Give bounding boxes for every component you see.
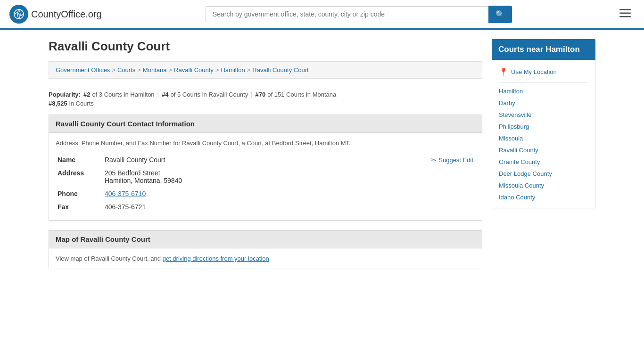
name-value: Ravalli County Court	[105, 156, 165, 164]
sidebar-link-granite-county[interactable]: Granite County	[499, 156, 588, 168]
breadcrumb-sep-1: >	[112, 66, 116, 74]
breadcrumb-sep-2: >	[137, 66, 141, 74]
pop-item-4: #8,525 in Courts	[49, 100, 482, 107]
map-desc-start: View map of Ravalli County Court, and	[56, 255, 163, 262]
popularity-label: Popularity:	[49, 91, 81, 98]
breadcrumb-montana[interactable]: Montana	[143, 66, 167, 74]
pop-text-3: of 151 Courts in Montana	[267, 91, 336, 98]
search-area: 🔍	[206, 6, 512, 23]
breadcrumb-courts[interactable]: Courts	[117, 66, 135, 74]
contact-name-row: Name Ravalli County Court ✂ Suggest Edit	[56, 153, 475, 166]
phone-label: Phone	[56, 187, 103, 200]
name-label: Name	[56, 153, 103, 166]
pop-item-2: #4 of 5 Courts in Ravalli County	[162, 91, 248, 98]
sidebar-link-idaho-county[interactable]: Idaho County	[499, 191, 588, 203]
suggest-edit-icon: ✂	[431, 156, 437, 164]
contact-description: Address, Phone Number, and Fax Number fo…	[56, 140, 475, 147]
location-icon: 📍	[499, 67, 508, 76]
pop-rank-3: #70	[256, 91, 266, 98]
breadcrumb-sep-5: >	[247, 66, 251, 74]
logo-area: CountyOffice.org	[9, 5, 102, 24]
pop-item-3: #70 of 151 Courts in Montana	[256, 91, 337, 98]
contact-table: Name Ravalli County Court ✂ Suggest Edit…	[56, 153, 475, 214]
breadcrumb-sep-4: >	[215, 66, 219, 74]
address-line1: 205 Bedford Street	[105, 169, 473, 177]
breadcrumb-government-offices[interactable]: Government Offices	[56, 66, 110, 74]
contact-phone-row: Phone 406-375-6710	[56, 187, 475, 200]
contact-section: Address, Phone Number, and Fax Number fo…	[49, 133, 482, 221]
page-title: Ravalli County Court	[49, 39, 482, 54]
contact-section-header: Ravalli County Court Contact Information	[49, 115, 482, 133]
directions-link[interactable]: get driving directions from your locatio…	[163, 255, 269, 262]
phone-link[interactable]: 406-375-6710	[105, 190, 146, 197]
suggest-edit-link[interactable]: ✂ Suggest Edit	[431, 156, 473, 164]
svg-rect-1	[619, 9, 631, 10]
sidebar-body: 📍 Use My Location Hamilton Darby Stevens…	[492, 60, 595, 208]
search-input[interactable]	[206, 6, 488, 22]
use-my-location-label: Use My Location	[511, 68, 557, 75]
search-button[interactable]: 🔍	[488, 6, 512, 23]
sidebar-divider	[499, 82, 588, 82]
map-description: View map of Ravalli County Court, and ge…	[56, 255, 475, 262]
page-header: CountyOffice.org 🔍	[0, 0, 644, 30]
breadcrumb-sep-3: >	[168, 66, 172, 74]
breadcrumb-current[interactable]: Ravalli County Court	[252, 66, 308, 74]
map-desc-end: .	[269, 255, 271, 262]
breadcrumb: Government Offices > Courts > Montana > …	[49, 61, 482, 79]
breadcrumb-ravalli-county[interactable]: Ravalli County	[174, 66, 214, 74]
fax-label: Fax	[56, 200, 103, 214]
pop-text-2: of 5 Courts in Ravalli County	[170, 91, 248, 98]
map-section-header: Map of Ravalli County Court	[49, 230, 482, 248]
pop-text-4: in Courts	[69, 100, 94, 107]
use-my-location-link[interactable]: 📍 Use My Location	[499, 65, 588, 79]
main-container: Ravalli County Court Government Offices …	[39, 30, 605, 279]
content-area: Ravalli County Court Government Offices …	[49, 39, 482, 269]
suggest-edit-label: Suggest Edit	[438, 156, 473, 164]
breadcrumb-hamilton[interactable]: Hamilton	[221, 66, 245, 74]
pop-item-1: #2 of 3 Courts in Hamilton	[83, 91, 155, 98]
sidebar-link-missoula-county[interactable]: Missoula County	[499, 180, 588, 191]
fax-value: 406-375-6721	[103, 200, 475, 214]
pop-rank-4: #8,525	[49, 100, 67, 107]
logo-text: CountyOffice.org	[31, 9, 102, 20]
sidebar-link-missoula[interactable]: Missoula	[499, 132, 588, 144]
sidebar: Courts near Hamilton 📍 Use My Location H…	[492, 39, 595, 269]
address-label: Address	[56, 166, 103, 187]
contact-fax-row: Fax 406-375-6721	[56, 200, 475, 214]
logo-icon	[9, 5, 28, 24]
menu-icon[interactable]	[616, 6, 635, 22]
pop-rank-1: #2	[83, 91, 90, 98]
map-section: View map of Ravalli County Court, and ge…	[49, 248, 482, 269]
search-icon: 🔍	[495, 10, 505, 18]
svg-rect-2	[619, 13, 631, 14]
sidebar-link-darby[interactable]: Darby	[499, 97, 588, 109]
contact-address-row: Address 205 Bedford Street Hamilton, Mon…	[56, 166, 475, 187]
sidebar-header: Courts near Hamilton	[492, 39, 595, 60]
popularity-section: Popularity: #2 of 3 Courts in Hamilton |…	[49, 86, 482, 115]
sidebar-link-deer-lodge-county[interactable]: Deer Lodge County	[499, 168, 588, 180]
sidebar-link-stevensville[interactable]: Stevensville	[499, 109, 588, 121]
pop-rank-2: #4	[162, 91, 168, 98]
sidebar-link-philipsburg[interactable]: Philipsburg	[499, 121, 588, 132]
sidebar-link-ravalli-county[interactable]: Ravalli County	[499, 144, 588, 156]
svg-rect-3	[619, 16, 631, 17]
pop-text-1: of 3 Courts in Hamilton	[92, 91, 154, 98]
address-line2: Hamilton, Montana, 59840	[105, 177, 473, 184]
sidebar-link-hamilton[interactable]: Hamilton	[499, 85, 588, 97]
